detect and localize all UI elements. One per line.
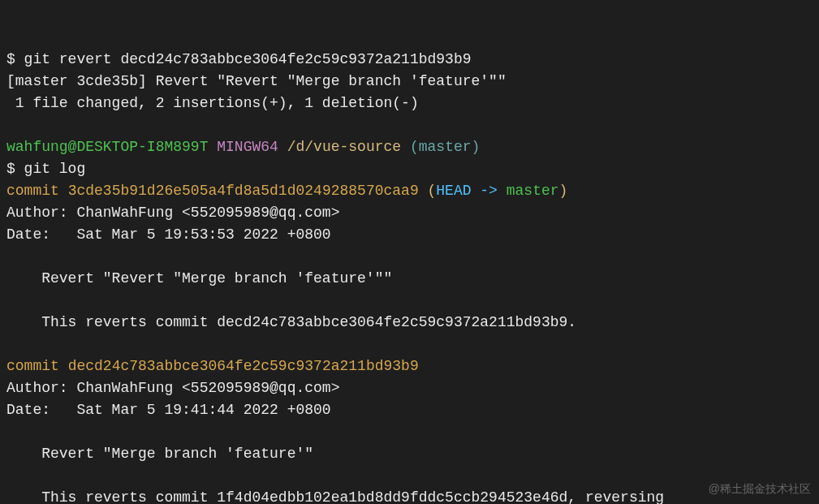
ref-open-paren: (: [419, 183, 437, 199]
prompt-path: /d/vue-source: [287, 139, 401, 155]
prompt-symbol: $: [6, 161, 24, 177]
commit-author: Author: ChanWahFung <552095989@qq.com>: [6, 205, 339, 221]
commit-author: Author: ChanWahFung <552095989@qq.com>: [6, 380, 339, 396]
commit-message-body: This reverts commit decd24c783abbce3064f…: [6, 314, 576, 330]
watermark: @稀土掘金技术社区: [709, 480, 811, 498]
commit-message: Revert "Revert "Merge branch 'feature'"": [6, 270, 392, 286]
head-ref: HEAD ->: [436, 183, 506, 199]
revert-result: [master 3cde35b] Revert "Revert "Merge b…: [6, 73, 506, 89]
commit-line: commit 3cde35b91d26e505a4fd8a5d1d0249288…: [6, 183, 419, 199]
prompt-user-host: wahfung@DESKTOP-I8M899T: [6, 139, 208, 155]
prompt-mingw: MINGW64: [217, 139, 278, 155]
git-log-command: git log: [24, 161, 86, 177]
master-ref: master: [506, 183, 559, 199]
commit-line: commit decd24c783abbce3064fe2c59c9372a21…: [6, 358, 419, 374]
terminal-output: $ git revert decd24c783abbce3064fe2c59c9…: [6, 49, 813, 504]
commit-date: Date: Sat Mar 5 19:53:53 2022 +0800: [6, 226, 331, 243]
prompt-branch: (master): [410, 139, 480, 155]
commit-date: Date: Sat Mar 5 19:41:44 2022 +0800: [6, 402, 331, 418]
commit-message: Revert "Merge branch 'feature'": [6, 446, 313, 462]
commit-message-body: This reverts commit 1f4d04edbb102ea1bd8d…: [6, 489, 664, 504]
files-changed: 1 file changed, 2 insertions(+), 1 delet…: [6, 95, 419, 111]
prompt-symbol: $: [6, 51, 24, 67]
git-revert-command: git revert decd24c783abbce3064fe2c59c937…: [24, 51, 472, 67]
ref-close-paren: ): [559, 183, 568, 199]
